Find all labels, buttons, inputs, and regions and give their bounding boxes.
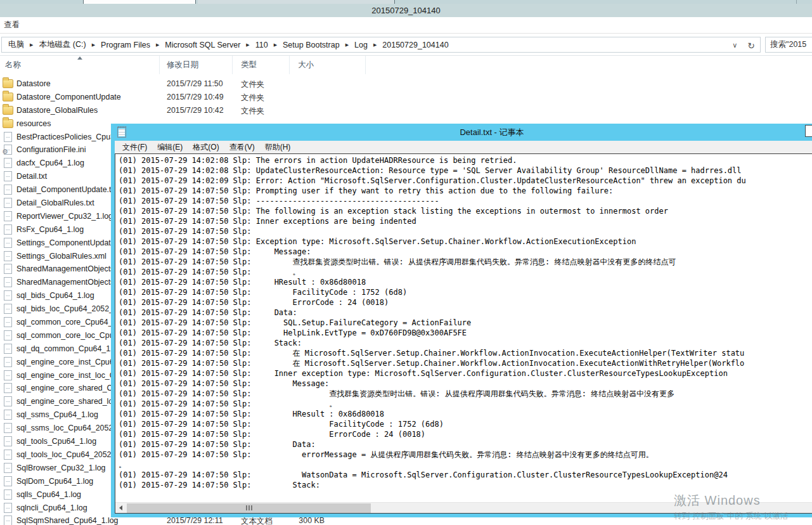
text-file-icon xyxy=(4,277,12,287)
text-file-icon xyxy=(4,171,12,181)
watermark-line2: 转到"控制面板"中的"系统"以激活 xyxy=(674,511,788,522)
tab-view[interactable]: 查看 xyxy=(0,20,23,30)
notepad-text-area[interactable]: (01) 2015-07-29 14:02:08 Slp: The errors… xyxy=(115,153,812,514)
file-type: 文本文档 xyxy=(241,516,273,525)
breadcrumb-arrow-icon: ▶ xyxy=(243,42,252,48)
file-type: 文件夹 xyxy=(241,106,264,117)
text-file-icon xyxy=(4,436,12,446)
notepad-menubar: 文件(F)编辑(E)格式(O)查看(V)帮助(H) xyxy=(115,141,812,153)
breadcrumb-arrow-icon: ▶ xyxy=(27,42,36,48)
text-file-icon xyxy=(4,330,12,340)
text-file-icon xyxy=(4,450,12,460)
breadcrumb-arrow-icon: ▶ xyxy=(153,42,162,48)
text-file-icon xyxy=(4,383,12,393)
file-date: 2015/7/29 10:42 xyxy=(167,106,224,115)
file-row[interactable]: Datastore_GlobalRules 2015/7/29 10:42 文件… xyxy=(0,104,812,117)
text-file-icon xyxy=(4,463,12,473)
breadcrumb-arrow-icon: ▶ xyxy=(370,42,380,48)
file-name: SqlDom_Cpu64_1.log xyxy=(16,477,93,486)
file-name: resources xyxy=(16,119,51,128)
address-bar[interactable]: 电脑▶本地磁盘 (C:)▶Program Files▶Microsoft SQL… xyxy=(1,37,761,53)
file-date: 2015/7/29 10:49 xyxy=(167,93,224,101)
notepad-menu-item[interactable]: 文件(F) xyxy=(117,142,152,153)
notepad-menu-item[interactable]: 格式(O) xyxy=(188,142,224,153)
file-name: sqlncli_Cpu64_1.log xyxy=(16,503,87,512)
chevron-down-icon[interactable]: ∨ xyxy=(732,41,737,49)
text-file-icon xyxy=(4,198,12,208)
breadcrumb: 电脑▶本地磁盘 (C:)▶Program Files▶Microsoft SQL… xyxy=(2,38,451,51)
explorer-titlebar: 20150729_104140 xyxy=(0,4,812,17)
file-name: ReportViewer_Cpu32_1.log xyxy=(16,212,113,221)
file-name: Datastore_ComponentUpdate xyxy=(16,93,121,101)
file-name: ConfigurationFile.ini xyxy=(16,145,86,154)
scroll-left-button[interactable] xyxy=(115,503,126,514)
column-header-name[interactable]: 名称 xyxy=(0,56,160,74)
text-file-icon xyxy=(4,238,12,248)
breadcrumb-arrow-icon: ▶ xyxy=(89,42,98,48)
refresh-icon[interactable]: ↻ xyxy=(747,41,755,51)
caption-buttons-fragment[interactable] xyxy=(805,125,812,137)
text-file-icon xyxy=(4,211,12,221)
text-file-icon xyxy=(4,290,12,301)
file-date: 2015/7/29 11:50 xyxy=(167,79,223,88)
file-type: 文件夹 xyxy=(241,93,264,103)
breadcrumb-item[interactable]: 110 xyxy=(253,39,271,51)
text-file-icon xyxy=(4,251,12,261)
column-header-date[interactable]: 修改日期 xyxy=(160,56,233,74)
folder-icon xyxy=(3,79,13,88)
breadcrumb-item[interactable]: Microsoft SQL Server xyxy=(162,39,243,51)
scrollbar-thumb[interactable] xyxy=(127,503,371,513)
notepad-title: Detail.txt - 记事本 xyxy=(111,127,812,138)
file-type: 文件夹 xyxy=(241,79,264,90)
text-file-icon xyxy=(4,185,12,195)
text-file-icon xyxy=(4,317,12,327)
log-text[interactable]: (01) 2015-07-29 14:02:08 Slp: The errors… xyxy=(119,155,812,502)
ini-file-icon xyxy=(4,145,12,155)
file-name: sql_dq_common_Cpu64_1.log xyxy=(16,344,123,353)
notepad-menu-item[interactable]: 查看(V) xyxy=(224,142,260,153)
file-row[interactable]: Datastore 2015/7/29 11:50 文件夹 xyxy=(0,77,812,91)
notepad-titlebar[interactable]: Detail.txt - 记事本 xyxy=(111,124,812,141)
explorer-window-title: 20150729_104140 xyxy=(371,6,440,15)
file-name: RsFx_Cpu64_1.log xyxy=(16,225,84,234)
sort-ascending-icon xyxy=(77,56,82,60)
breadcrumb-arrow-icon: ▶ xyxy=(271,42,280,48)
text-file-icon xyxy=(4,423,12,433)
text-file-icon xyxy=(4,410,12,420)
watermark-line1: 激活 Windows xyxy=(674,492,788,509)
scrollbar-grip-icon xyxy=(246,505,252,510)
breadcrumb-item[interactable]: 20150729_104140 xyxy=(380,39,451,51)
notepad-menu-item[interactable]: 帮助(H) xyxy=(260,142,296,153)
file-row[interactable]: Datastore_ComponentUpdate 2015/7/29 10:4… xyxy=(0,91,812,104)
folder-icon xyxy=(3,119,13,128)
notepad-menu-item[interactable]: 编辑(E) xyxy=(152,142,188,153)
search-input[interactable]: 搜索"2015 xyxy=(765,37,812,53)
column-header-size[interactable]: 大小 xyxy=(290,56,366,74)
file-name: dacfx_Cpu64_1.log xyxy=(16,159,84,167)
breadcrumb-item[interactable]: Setup Bootstrap xyxy=(280,39,342,51)
file-name: sql_ssms_Cpu64_1.log xyxy=(16,410,98,419)
text-file-icon xyxy=(4,489,12,500)
folder-icon xyxy=(3,93,13,101)
folder-icon xyxy=(3,106,13,115)
file-name: Datastore xyxy=(16,79,51,88)
ribbon-tab-row: 查看 xyxy=(0,17,812,34)
notepad-window: Detail.txt - 记事本 文件(F)编辑(E)格式(O)查看(V)帮助(… xyxy=(111,124,812,517)
file-date: 2015/7/29 12:11 xyxy=(167,516,223,525)
text-file-icon xyxy=(4,224,12,235)
text-file-icon xyxy=(4,344,12,354)
file-name: Detail.txt xyxy=(16,172,47,181)
breadcrumb-item[interactable]: 本地磁盘 (C:) xyxy=(36,38,88,51)
text-file-icon xyxy=(4,503,12,513)
breadcrumb-item[interactable]: Log xyxy=(352,39,370,51)
text-file-icon xyxy=(4,396,12,406)
breadcrumb-item[interactable]: 电脑 xyxy=(6,38,27,51)
text-file-icon xyxy=(4,515,12,525)
column-header-type[interactable]: 类型 xyxy=(233,56,290,74)
breadcrumb-item[interactable]: Program Files xyxy=(98,39,153,51)
file-name: SqlSqmShared_Cpu64_1.log xyxy=(16,516,119,525)
file-name: Detail_GlobalRules.txt xyxy=(16,198,94,207)
scroll-left-icon xyxy=(119,505,122,510)
file-name: Detail_ComponentUpdate.txt xyxy=(16,185,117,194)
text-file-icon xyxy=(4,132,12,142)
